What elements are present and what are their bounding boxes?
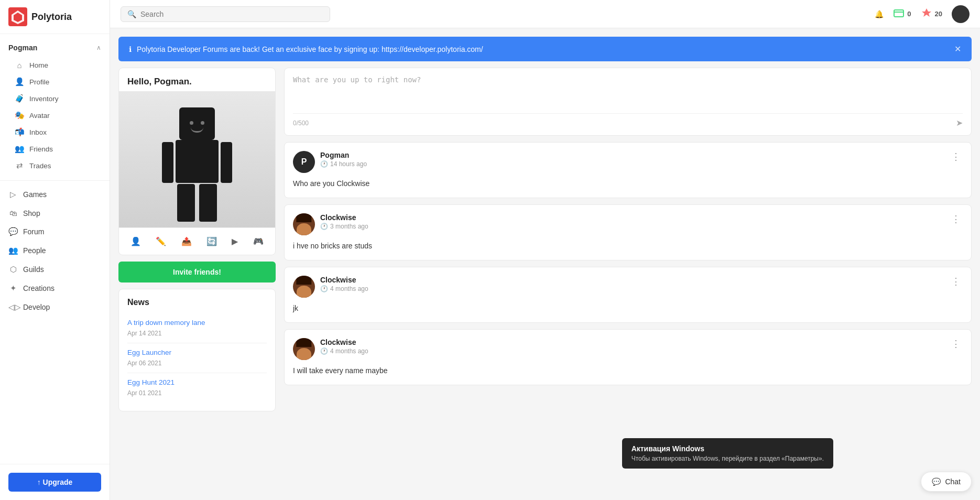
avatar-icon: 🎭 — [15, 111, 24, 120]
banner-text: Polytoria Developer Forums are back! Get… — [137, 45, 483, 53]
news-item-1-date: Apr 14 2021 — [127, 330, 161, 337]
feed-post-1: P Pogman 🕐 14 hours ago ⋮ Who are you Cl… — [284, 142, 972, 198]
post-2-more-button[interactable]: ⋮ — [949, 213, 963, 225]
sidebar-item-develop[interactable]: ◁▷ Develop — [0, 298, 110, 317]
sidebar-nav: ▷ Games 🛍 Shop 💬 Forum 👥 People ⬡ Guilds… — [0, 181, 110, 464]
sidebar-item-shop[interactable]: 🛍 Shop — [0, 204, 110, 222]
games-icon: ▷ — [8, 190, 18, 199]
content-area: ℹ Polytoria Developer Forums are back! G… — [110, 28, 980, 500]
post-1-time: 🕐 14 hours ago — [320, 160, 944, 168]
trades-icon: ⇄ — [15, 161, 24, 170]
user-avatar-top[interactable] — [952, 5, 970, 23]
chat-button[interactable]: 💬 Chat — [921, 472, 972, 492]
post-2-header: Clockwise 🕐 3 months ago ⋮ — [293, 213, 963, 235]
news-item-1-link[interactable]: A trip down memory lane — [127, 319, 267, 327]
invite-friends-button[interactable]: Invite friends! — [118, 262, 276, 282]
post-2-avatar — [293, 213, 315, 235]
news-item-3-link[interactable]: Egg Hunt 2021 — [127, 378, 267, 386]
post-2-time: 🕐 3 months ago — [320, 223, 944, 230]
feed-post-3: Clockwise 🕐 4 months ago ⋮ jk — [284, 267, 972, 323]
news-item-2: Egg Launcher Apr 06 2021 — [127, 343, 267, 373]
polytoria-logo-icon — [8, 7, 27, 26]
svg-rect-3 — [894, 10, 903, 17]
people-icon: 👥 — [8, 246, 18, 255]
sidebar-item-profile-label: Profile — [29, 78, 49, 86]
sidebar-item-friends[interactable]: 👥 Friends — [0, 140, 110, 157]
inbox-icon: 📬 — [15, 127, 24, 137]
sidebar-item-profile[interactable]: 👤 Profile — [0, 73, 110, 90]
upgrade-section: ↑ Upgrade — [0, 464, 110, 500]
robux-icon — [921, 7, 932, 20]
sidebar-item-people[interactable]: 👥 People — [0, 241, 110, 260]
status-input[interactable] — [293, 75, 963, 107]
status-send-button[interactable]: ➤ — [956, 118, 963, 128]
char-head — [179, 107, 215, 140]
user-header[interactable]: Pogman ∧ — [0, 39, 110, 56]
banner-left: ℹ Polytoria Developer Forums are back! G… — [129, 45, 483, 53]
post-1-header: P Pogman 🕐 14 hours ago ⋮ — [293, 151, 963, 173]
topbar: 🔍 🔔 0 — [110, 0, 980, 28]
search-icon: 🔍 — [127, 10, 136, 18]
post-1-more-button[interactable]: ⋮ — [949, 151, 963, 162]
sidebar-item-shop-label: Shop — [23, 209, 40, 218]
topbar-right: 🔔 0 20 — [875, 5, 970, 23]
sidebar: Polytoria Pogman ∧ ⌂ Home 👤 Profile 🧳 In… — [0, 0, 110, 500]
post-4-avatar — [293, 338, 315, 360]
banner-close-button[interactable]: ✕ — [954, 44, 961, 54]
char-face — [187, 121, 208, 133]
robux-wrap[interactable]: 20 — [921, 7, 942, 20]
sidebar-item-inbox-label: Inbox — [29, 128, 47, 136]
post-3-time: 🕐 4 months ago — [320, 285, 944, 292]
notifications-button[interactable]: 🔔 — [875, 10, 884, 18]
greeting-text: Hello, Pogman. — [119, 68, 275, 91]
status-footer: 0/500 ➤ — [293, 113, 963, 128]
feed-post-2: Clockwise 🕐 3 months ago ⋮ i hve no bric… — [284, 204, 972, 260]
avatar-action-play[interactable]: ▶ — [227, 234, 242, 248]
search-input[interactable] — [140, 10, 323, 18]
char-eye-right — [201, 121, 204, 125]
sidebar-item-avatar[interactable]: 🎭 Avatar — [0, 107, 110, 124]
user-sub-menu: ⌂ Home 👤 Profile 🧳 Inventory 🎭 Avatar 📬 … — [0, 56, 110, 175]
status-card: 0/500 ➤ — [284, 68, 972, 136]
sidebar-item-guilds[interactable]: ⬡ Guilds — [0, 260, 110, 279]
post-3-username: Clockwise — [320, 276, 944, 284]
char-middle — [162, 140, 232, 183]
info-icon: ℹ — [129, 45, 132, 53]
avatar-action-profile[interactable]: 👤 — [126, 234, 145, 248]
sidebar-item-inbox[interactable]: 📬 Inbox — [0, 124, 110, 140]
post-3-more-button[interactable]: ⋮ — [949, 276, 963, 287]
sidebar-item-home[interactable]: ⌂ Home — [0, 57, 110, 73]
news-item-3-date: Apr 01 2021 — [127, 389, 161, 397]
sidebar-item-creations[interactable]: ✦ Creations — [0, 279, 110, 298]
currency-count: 0 — [907, 10, 911, 18]
avatar-action-edit[interactable]: ✏️ — [151, 234, 170, 248]
main-grid: Hello, Pogman. — [118, 68, 972, 492]
friends-icon: 👥 — [15, 144, 24, 154]
post-1-avatar: P — [293, 151, 315, 173]
sidebar-item-games[interactable]: ▷ Games — [0, 185, 110, 204]
char-leg-left — [177, 184, 195, 222]
avatar-action-share[interactable]: 📤 — [177, 234, 196, 248]
search-box[interactable]: 🔍 — [121, 6, 330, 22]
post-4-time: 🕐 4 months ago — [320, 347, 944, 355]
windows-activation-title: Активация Windows — [631, 444, 824, 453]
sidebar-item-trades[interactable]: ⇄ Trades — [0, 157, 110, 174]
creations-icon: ✦ — [8, 284, 18, 293]
currency-wrap[interactable]: 0 — [893, 7, 911, 20]
profile-icon: 👤 — [15, 77, 24, 86]
sidebar-item-people-label: People — [23, 246, 46, 255]
news-item-2-link[interactable]: Egg Launcher — [127, 349, 267, 356]
sidebar-logo[interactable]: Polytoria — [0, 0, 110, 34]
sidebar-item-forum[interactable]: 💬 Forum — [0, 222, 110, 241]
upgrade-button[interactable]: ↑ Upgrade — [8, 473, 101, 492]
avatar-action-settings[interactable]: 🎮 — [249, 234, 268, 248]
inventory-icon: 🧳 — [15, 94, 24, 103]
chat-label: Chat — [945, 477, 961, 486]
news-item-2-date: Apr 06 2021 — [127, 360, 161, 367]
avatar-action-refresh[interactable]: 🔄 — [202, 234, 221, 248]
post-4-more-button[interactable]: ⋮ — [949, 338, 963, 350]
main-content: 🔍 🔔 0 — [110, 0, 980, 500]
news-item-3: Egg Hunt 2021 Apr 01 2021 — [127, 373, 267, 403]
sidebar-item-games-label: Games — [23, 190, 47, 199]
sidebar-item-inventory[interactable]: 🧳 Inventory — [0, 90, 110, 107]
